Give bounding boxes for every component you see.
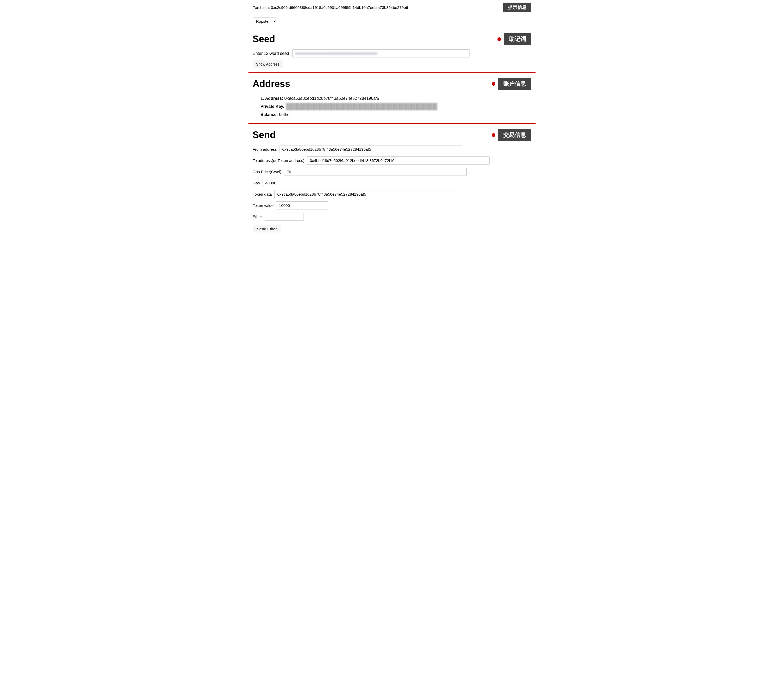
network-select[interactable]: Ropsten Mainnet Kovan Rinkeby xyxy=(253,17,277,25)
seed-title: Seed xyxy=(253,34,275,45)
ether-row: Ether xyxy=(253,213,531,221)
send-title: Send xyxy=(253,129,275,140)
send-badge-container: 交易信息 xyxy=(492,129,531,141)
gas-label: Gas xyxy=(253,181,260,185)
to-address-row: To address(or Token address) xyxy=(253,156,531,165)
gas-price-input[interactable] xyxy=(284,168,467,176)
send-badge: 交易信息 xyxy=(498,129,531,141)
seed-badge: 助记词 xyxy=(504,33,531,45)
address-list: 1. Address: 0x9ca53a80ebd1d28b78f43a50e7… xyxy=(253,94,531,119)
seed-input-row: Enter 12-word seed xyxy=(253,49,531,58)
token-value-row: Token value xyxy=(253,201,531,209)
private-key-line: Private Key. xyxy=(260,103,531,110)
seed-input-label: Enter 12-word seed xyxy=(253,51,289,56)
balance-line: Balance: 0ether xyxy=(260,112,531,117)
ether-input[interactable] xyxy=(264,213,304,221)
txn-tooltip-badge: 提示信息 xyxy=(503,3,531,12)
seed-dot xyxy=(498,37,501,41)
from-address-row: From address xyxy=(253,145,531,153)
from-label: From address xyxy=(253,147,277,151)
send-ether-button[interactable]: Send Ether xyxy=(253,225,281,233)
address-value-line: 1. Address: 0x9ca53a80ebd1d28b78f43a50e7… xyxy=(260,96,531,101)
address-number: 1. xyxy=(260,96,265,101)
send-section-header: Send 交易信息 xyxy=(253,129,531,141)
token-data-row: Token data xyxy=(253,190,531,198)
balance-label: Balance: xyxy=(260,112,278,117)
token-data-input[interactable] xyxy=(274,190,457,198)
address-label: Address: xyxy=(265,96,283,101)
to-address-input[interactable] xyxy=(307,156,490,165)
send-dot xyxy=(492,133,495,137)
address-section: Address 账户信息 1. Address: 0x9ca53a80ebd1d… xyxy=(249,73,535,124)
gas-input[interactable] xyxy=(263,179,445,187)
balance-value: 0ether xyxy=(279,112,291,117)
seed-input[interactable] xyxy=(292,49,470,58)
to-label: To address(or Token address) xyxy=(253,158,304,163)
network-bar: Ropsten Mainnet Kovan Rinkeby xyxy=(249,15,535,28)
ether-label: Ether xyxy=(253,214,262,219)
token-data-label: Token data xyxy=(253,192,272,197)
address-item: 1. Address: 0x9ca53a80ebd1d28b78f43a50e7… xyxy=(253,94,531,119)
address-value: 0x9ca53a80ebd1d28b78f43a50e74e527284196a… xyxy=(285,96,379,101)
show-address-button[interactable]: Show Address xyxy=(253,61,283,68)
address-badge: 账户信息 xyxy=(498,78,531,90)
from-address-input[interactable] xyxy=(280,145,462,153)
gas-price-row: Gas Price(Gwei) xyxy=(253,168,531,176)
gas-row: Gas xyxy=(253,179,531,187)
private-key-blurred xyxy=(286,103,437,110)
seed-section-header: Seed 助记词 xyxy=(253,33,531,45)
send-section: Send 交易信息 From address To address(or Tok… xyxy=(249,124,535,237)
private-key-label: Private Key. xyxy=(260,104,284,109)
seed-section: Seed 助记词 Enter 12-word seed Show Address xyxy=(249,28,535,73)
token-value-label: Token value xyxy=(253,203,274,207)
address-badge-container: 账户信息 xyxy=(492,78,531,90)
address-dot xyxy=(492,82,495,86)
address-title: Address xyxy=(253,78,290,89)
seed-badge-container: 助记词 xyxy=(498,33,531,45)
txn-bar: Txn hash: 0xc2c906fd6606388cda1918a0c590… xyxy=(249,0,535,15)
txn-hash: Txn hash: 0xc2c906fd6606388cda1918a0c590… xyxy=(253,5,501,10)
address-section-header: Address 账户信息 xyxy=(253,78,531,90)
token-value-input[interactable] xyxy=(276,201,328,209)
gas-price-label: Gas Price(Gwei) xyxy=(253,170,282,174)
